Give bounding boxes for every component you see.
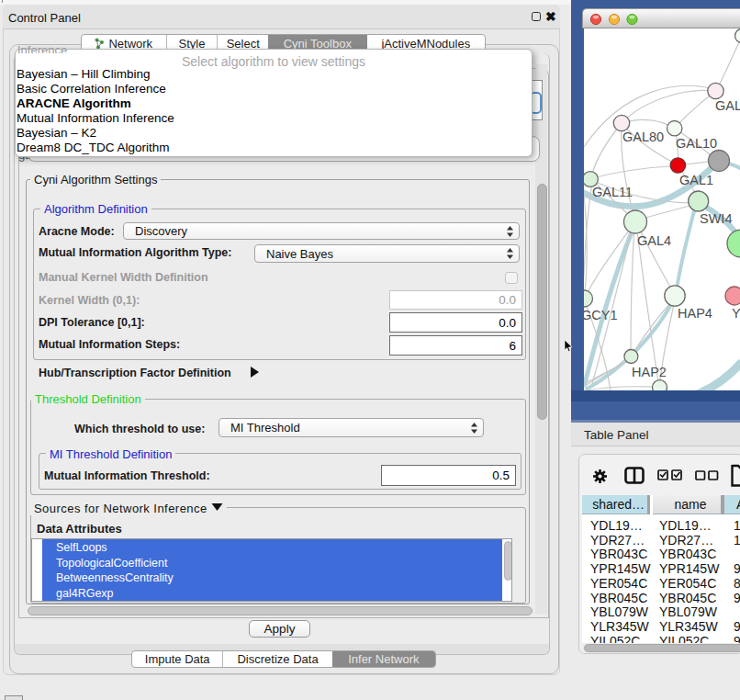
svg-text:GAL2: GAL2 xyxy=(715,98,740,113)
svg-text:GAL1: GAL1 xyxy=(679,173,713,187)
svg-text:GAL10: GAL10 xyxy=(676,136,717,151)
svg-text:SWI4: SWI4 xyxy=(700,211,732,226)
svg-text:GCY1: GCY1 xyxy=(584,308,618,322)
svg-text:HAP2: HAP2 xyxy=(632,365,667,379)
svg-text:GAL80: GAL80 xyxy=(622,130,664,144)
svg-text:Y: Y xyxy=(732,306,740,321)
svg-text:GAL11: GAL11 xyxy=(592,185,633,199)
svg-text:HAP4: HAP4 xyxy=(678,306,712,321)
svg-text:GAL4: GAL4 xyxy=(637,233,671,248)
